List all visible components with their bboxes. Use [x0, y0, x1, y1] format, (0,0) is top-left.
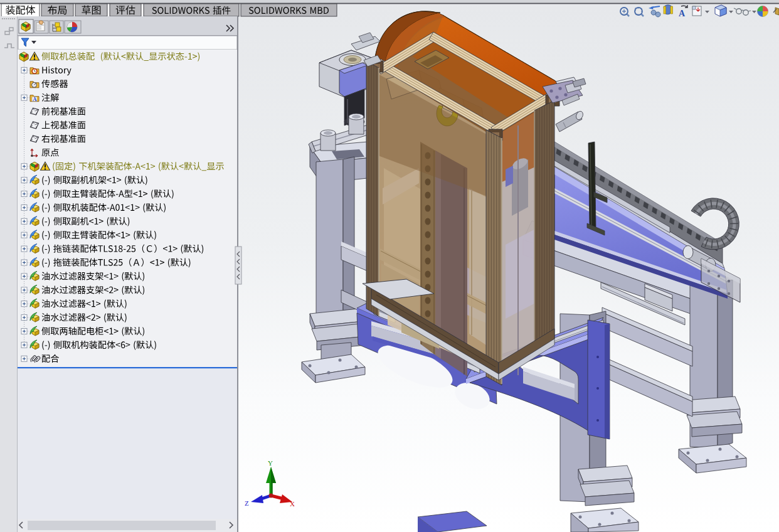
svg-text:Y: Y [268, 459, 273, 467]
svg-text:Z: Z [245, 499, 249, 507]
svg-text:X: X [290, 500, 295, 508]
svg-text:A: A [679, 9, 686, 18]
